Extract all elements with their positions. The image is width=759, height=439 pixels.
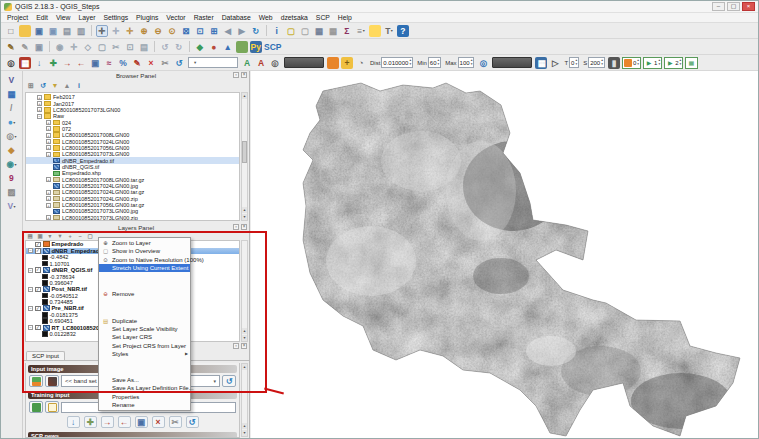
georeferencer-icon[interactable]: ● [208, 41, 220, 53]
collapse-all-icon[interactable]: − [76, 233, 84, 240]
layer-visibility-checkbox[interactable]: ✓ [35, 242, 41, 248]
new-print-composer-icon[interactable]: ▤ [61, 25, 73, 37]
scp-band-calc-icon[interactable]: ↺ [173, 57, 185, 69]
add-delimited-text-layer-icon[interactable]: / [6, 102, 18, 114]
band-set-tool-button[interactable] [29, 375, 43, 387]
menu-item[interactable]: Web [255, 14, 277, 21]
undo-icon[interactable]: ↺ [159, 41, 171, 53]
close-panel-icon[interactable]: × [241, 224, 247, 230]
tree-expander-icon[interactable]: + [46, 139, 51, 144]
close-button[interactable]: × [742, 2, 755, 11]
float-panel-icon[interactable]: ▫ [233, 72, 239, 78]
layer-visibility-checkbox[interactable]: ✓ [35, 248, 41, 254]
layer-expander-icon[interactable]: − [28, 287, 33, 292]
zoom-last-icon[interactable]: ◀ [222, 25, 234, 37]
pan-to-selection-icon[interactable]: ✛ [110, 25, 122, 37]
zoom-in-icon[interactable]: ⊕ [138, 25, 150, 37]
add-spatialite-layer-icon[interactable]: ◎▾ [6, 130, 18, 142]
zoom-full-icon[interactable]: ⊠ [180, 25, 192, 37]
export-signature-icon[interactable]: ← [118, 416, 131, 428]
context-menu-item[interactable]: ⊙ Zoom to Native Resolution (100%) [99, 256, 190, 264]
plugin-layer-icon[interactable]: ◆ [194, 41, 206, 53]
scp-plugin-icon[interactable]: SCP [264, 41, 282, 53]
field-calculator-icon[interactable]: ▦ [327, 25, 339, 37]
context-menu-item[interactable]: Set Project CRS from Layer [99, 341, 190, 349]
scp-import-icon[interactable]: → [61, 57, 73, 69]
refresh-browser-icon[interactable]: ↺ [38, 81, 48, 91]
band-1-spin[interactable]: ▶1▴▾ [643, 57, 662, 69]
tree-expander-icon[interactable]: + [46, 126, 51, 131]
add-group-icon[interactable]: ▣ [36, 233, 44, 240]
menu-item[interactable]: Project [3, 14, 32, 21]
redo-icon[interactable]: ↻ [173, 41, 185, 53]
save-project-icon[interactable]: ▣ [33, 25, 45, 37]
context-menu-item[interactable]: Styles ▶ [99, 350, 190, 358]
context-menu-item[interactable]: ⊕ Zoom to Layer [99, 239, 190, 247]
tree-expander-icon[interactable]: + [46, 190, 51, 195]
toggle-editing-icon[interactable]: ✎ [19, 41, 31, 53]
context-menu-item[interactable]: ⊖ Remove [99, 290, 190, 298]
statistical-summary-icon[interactable]: Σ [341, 25, 353, 37]
composer-manager-icon[interactable]: ▥ [75, 25, 87, 37]
dzetsaka-icon[interactable] [236, 41, 248, 53]
menu-item[interactable]: Help [334, 14, 356, 21]
tree-expander-icon[interactable]: + [46, 196, 51, 201]
paste-features-icon[interactable]: ▤ [138, 41, 150, 53]
manage-visibility-icon[interactable]: ▾ [46, 233, 54, 240]
zoom-native-resolution-icon[interactable]: ⊙ [166, 25, 178, 37]
touch-zoom-icon[interactable]: ✛ [124, 25, 136, 37]
move-feature-icon[interactable]: ✛ [68, 41, 80, 53]
layer-expander-icon[interactable]: − [28, 268, 33, 273]
add-wms-layer-icon[interactable]: ◉▾ [6, 158, 18, 170]
node-tool-icon[interactable]: ◇ [82, 41, 94, 53]
scp-temporal-icon[interactable]: ◔ [355, 57, 367, 69]
close-panel-icon[interactable]: × [241, 343, 247, 349]
open-project-icon[interactable] [19, 25, 31, 37]
scp-band-set-icon[interactable]: ▦ [19, 57, 31, 69]
copy-features-icon[interactable]: ⊡ [124, 41, 136, 53]
deselect-features-icon[interactable]: ▢ [299, 25, 311, 37]
roi-max-spin[interactable]: Max 100▴▾ [445, 57, 474, 68]
new-training-input-button[interactable] [45, 401, 59, 413]
save-layer-edits-icon[interactable]: ▣ [33, 41, 45, 53]
open-layer-styling-icon[interactable]: ▤ [26, 233, 34, 240]
save-signature-icon[interactable]: ▣ [135, 416, 148, 428]
menu-item[interactable]: Vector [162, 14, 189, 21]
scp-preview-search-icon[interactable]: ◎ [477, 57, 489, 69]
filter-legend-icon[interactable]: ▼ [56, 233, 64, 240]
menu-item[interactable]: Database [218, 14, 255, 21]
scp-preview-zoom-icon[interactable]: ◎ [269, 57, 281, 69]
input-raster-button[interactable] [45, 375, 59, 387]
tree-expander-icon[interactable]: + [37, 107, 42, 112]
properties-widget-icon[interactable]: i [74, 81, 84, 91]
tree-expander-icon[interactable]: + [46, 120, 51, 125]
download-classification-icon[interactable]: ↓ [67, 416, 80, 428]
add-oracle-layer-icon[interactable]: ◆ [6, 144, 18, 156]
roi-dist-spin[interactable]: Dist 0.010000▴▾ [370, 57, 413, 68]
add-mssql-layer-icon[interactable]: ▨ [6, 186, 18, 198]
text-annotation-icon[interactable]: T▾ [383, 25, 395, 37]
new-shapefile-layer-icon[interactable]: V▾ [6, 200, 18, 212]
scp-plus-sign-icon[interactable]: A [241, 57, 253, 69]
scp-scatter-plot-icon[interactable]: % [117, 57, 129, 69]
layers-scrollbar[interactable]: ▴ ▾ [241, 240, 248, 342]
delete-selected-icon[interactable]: ▢ [96, 41, 108, 53]
help-contents-icon[interactable]: ? [397, 25, 409, 37]
scp-edit-icon[interactable]: ✎ [131, 57, 143, 69]
add-feature-icon[interactable]: ◉ [54, 41, 66, 53]
context-menu-item[interactable]: Save As... [99, 376, 190, 384]
add-vector-layer-icon[interactable]: V [6, 74, 18, 86]
layer-expander-icon[interactable]: − [28, 248, 33, 253]
scp-preview-combo[interactable] [492, 57, 532, 68]
tree-expander-icon[interactable]: + [37, 101, 42, 106]
scp-export-icon[interactable]: ← [75, 57, 87, 69]
menu-item[interactable]: View [52, 14, 75, 21]
map-tips-icon[interactable] [369, 25, 381, 37]
add-selected-layers-icon[interactable]: ⊞ [26, 81, 36, 91]
tree-expander-icon[interactable]: + [46, 133, 51, 138]
scp-scrollbar[interactable]: ▴ ▴ ▾ [241, 363, 248, 437]
scp-delete-icon[interactable]: × [145, 57, 157, 69]
context-menu-item[interactable]: Rename [99, 401, 190, 409]
add-postgis-layer-icon[interactable]: ●▾ [6, 116, 18, 128]
tree-expander-icon[interactable] [46, 171, 51, 176]
